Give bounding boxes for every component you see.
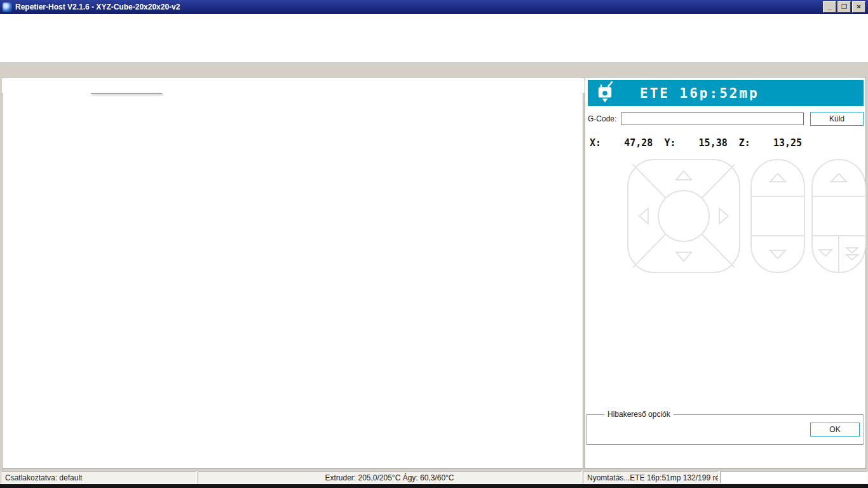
- minimize-button[interactable]: _: [823, 1, 836, 13]
- zoom-period-dropdown: [91, 93, 162, 94]
- gcode-input[interactable]: [621, 112, 804, 125]
- ete-header: ETE 16p:52mp: [588, 80, 864, 106]
- extruder-header-icon: [594, 80, 616, 106]
- temperature-chart: [2, 93, 582, 316]
- jog-pad[interactable]: [585, 154, 868, 278]
- ok-button[interactable]: OK: [810, 423, 860, 437]
- menu-bar: [0, 14, 868, 29]
- gcode-label: G-Code:: [588, 114, 621, 123]
- y-value: 15,38: [699, 137, 728, 149]
- connection-status: Csatlakoztatva: default: [1, 471, 196, 484]
- status-bar: Csatlakoztatva: default Extruder: 205,0/…: [0, 471, 868, 484]
- window-title: Repetier-Host V2.1.6 - XYZ-Cube-20x20x20…: [15, 3, 822, 11]
- maximize-button[interactable]: ❐: [837, 1, 851, 13]
- temperature-status: Extruder: 205,0/205°C Ágy: 60,3/60°C: [198, 471, 581, 484]
- send-button[interactable]: Küld: [810, 112, 864, 126]
- print-progress-bar: [720, 471, 867, 484]
- gcode-row: G-Code: Küld: [588, 112, 864, 126]
- debug-options-group: Hibakereső opciók OK: [586, 414, 864, 445]
- position-readout: X: 47,28 Y: 15,38 Z: 13,25: [590, 137, 863, 149]
- chart-menu-bar: [2, 78, 591, 93]
- extruder-output-chart: [2, 316, 582, 391]
- z-value: 13,25: [773, 137, 802, 149]
- title-bar: Repetier-Host V2.1.6 - XYZ-Cube-20x20x20…: [0, 0, 868, 14]
- window-bottom-edge: [0, 484, 868, 488]
- bed-output-chart: [2, 391, 582, 468]
- app-icon: [3, 3, 12, 12]
- toolbar: [0, 29, 868, 63]
- debug-options-title: Hibakereső opciók: [604, 410, 674, 419]
- close-button[interactable]: ✕: [852, 1, 865, 13]
- ete-time: ETE 16p:52mp: [640, 86, 759, 101]
- x-value: 47,28: [624, 137, 653, 149]
- print-status: Nyomtatás...ETE 16p:51mp 132/199 réteg: [583, 471, 719, 484]
